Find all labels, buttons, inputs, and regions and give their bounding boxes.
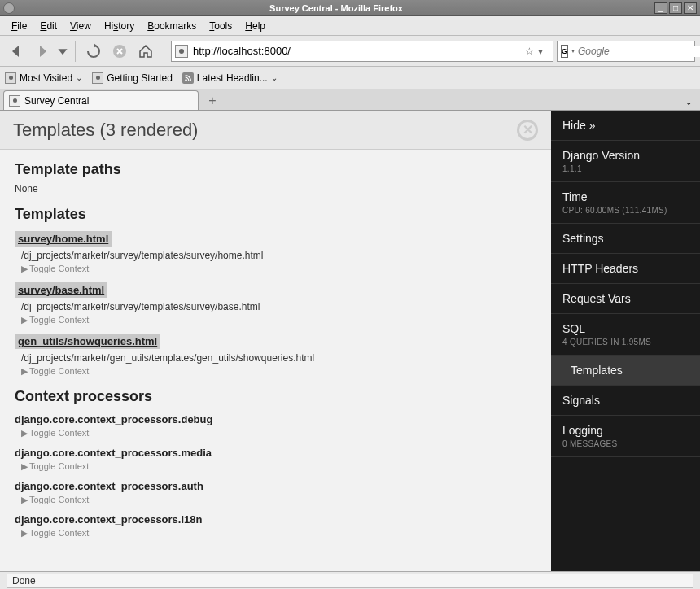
- sidebar-item-label: Request Vars: [562, 292, 689, 305]
- url-bar[interactable]: ☆ ▾: [171, 41, 553, 62]
- toggle-context-button[interactable]: ▶Toggle Context: [21, 495, 536, 505]
- templates-heading: Templates: [15, 206, 536, 223]
- forward-button[interactable]: [31, 40, 54, 63]
- template-name-link[interactable]: survey/home.html: [15, 231, 112, 247]
- new-tab-button[interactable]: +: [202, 92, 223, 110]
- stop-button[interactable]: [108, 40, 131, 63]
- sidebar-item-sql[interactable]: SQL4 QUERIES IN 1.95MS: [551, 314, 700, 356]
- bookmark-latest-headlines[interactable]: Latest Headlin... ⌄: [182, 72, 278, 84]
- context-processor-name: django.core.context_processors.auth: [15, 480, 536, 492]
- sidebar-item-label: Django Version: [562, 149, 689, 162]
- tabs-dropdown[interactable]: ⌄: [680, 98, 697, 110]
- triangle-icon: ▶: [21, 461, 28, 471]
- bookmark-most-visited[interactable]: Most Visited ⌄: [5, 72, 82, 84]
- back-button[interactable]: [5, 40, 28, 63]
- sidebar-item-signals[interactable]: Signals: [551, 386, 700, 416]
- sidebar-item-django-version[interactable]: Django Version1.1.1: [551, 141, 700, 182]
- sidebar-item-logging[interactable]: Logging0 MESSAGES: [551, 416, 700, 457]
- close-button[interactable]: ✕: [684, 2, 697, 14]
- sidebar-item-label: SQL: [562, 322, 689, 335]
- context-processor-item: django.core.context_processors.debug ▶To…: [15, 413, 536, 438]
- nav-toolbar: ☆ ▾ G ▾: [0, 36, 700, 67]
- template-item: survey/home.html /dj_projects/marketr/su…: [15, 231, 536, 274]
- toggle-context-button[interactable]: ▶Toggle Context: [21, 461, 536, 472]
- url-input[interactable]: [193, 45, 525, 57]
- template-path: /dj_projects/marketr/survey/templates/su…: [21, 250, 536, 261]
- sidebar-item-time[interactable]: TimeCPU: 60.00MS (111.41MS): [551, 182, 700, 224]
- tab-strip: Survey Central + ⌄: [0, 89, 700, 111]
- search-engine-icon[interactable]: G: [561, 45, 568, 58]
- home-button[interactable]: [134, 40, 157, 63]
- menu-bar: File Edit View History Bookmarks Tools H…: [0, 16, 700, 36]
- template-item: survey/base.html /dj_projects/marketr/su…: [15, 282, 536, 325]
- chevron-down-icon: ⌄: [76, 73, 82, 82]
- menu-history[interactable]: History: [98, 19, 141, 33]
- search-input[interactable]: [578, 46, 700, 57]
- sidebar-item-label: Time: [562, 190, 689, 203]
- status-bar: Done: [0, 571, 700, 589]
- toggle-context-button[interactable]: ▶Toggle Context: [21, 315, 536, 325]
- sidebar-item-label: Hide »: [562, 119, 689, 132]
- context-processor-item: django.core.context_processors.media ▶To…: [15, 447, 536, 472]
- toggle-context-button[interactable]: ▶Toggle Context: [21, 528, 536, 539]
- bookmark-label: Getting Started: [107, 72, 173, 84]
- panel-title: Templates (3 rendered): [13, 120, 517, 141]
- toggle-context-button[interactable]: ▶Toggle Context: [21, 264, 536, 274]
- context-processor-name: django.core.context_processors.i18n: [15, 513, 536, 526]
- template-path: /dj_projects/marketr/survey/templates/su…: [21, 301, 536, 312]
- search-box[interactable]: G ▾: [557, 41, 695, 62]
- minimize-button[interactable]: _: [654, 2, 667, 14]
- reload-button[interactable]: [82, 40, 105, 63]
- debug-toolbar-sidebar: Hide »Django Version1.1.1TimeCPU: 60.00M…: [551, 111, 700, 571]
- panel-header: Templates (3 rendered) ✕: [0, 111, 551, 150]
- separator: [164, 41, 164, 62]
- triangle-icon: ▶: [21, 495, 28, 504]
- context-processors-heading: Context processors: [15, 388, 536, 405]
- sidebar-item-label: Settings: [562, 232, 689, 245]
- firefox-icon: [3, 2, 15, 14]
- window-title: Survey Central - Mozilla Firefox: [20, 3, 653, 13]
- url-dropdown-icon[interactable]: ▾: [538, 46, 549, 57]
- template-path: /dj_projects/marketr/gen_utils/templates…: [21, 352, 536, 364]
- nav-dropdown[interactable]: [57, 40, 68, 63]
- svg-point-3: [185, 79, 187, 81]
- menu-view[interactable]: View: [63, 19, 98, 33]
- sidebar-item-sublabel: 4 QUERIES IN 1.95MS: [562, 338, 689, 347]
- sidebar-item-hide[interactable]: Hide »: [551, 111, 700, 141]
- bookmark-star-icon[interactable]: ☆: [525, 46, 538, 57]
- maximize-button[interactable]: □: [669, 2, 682, 14]
- sidebar-item-templates[interactable]: Templates: [551, 356, 700, 386]
- menu-help[interactable]: Help: [238, 19, 272, 33]
- page-icon: [5, 72, 16, 84]
- tab-title: Survey Central: [24, 95, 89, 107]
- menu-bookmarks[interactable]: Bookmarks: [141, 19, 203, 33]
- sidebar-item-sublabel: CPU: 60.00MS (111.41MS): [562, 206, 689, 215]
- sidebar-item-settings[interactable]: Settings: [551, 224, 700, 254]
- search-engine-dropdown-icon[interactable]: ▾: [571, 47, 575, 55]
- menu-edit[interactable]: Edit: [33, 19, 63, 33]
- context-processor-item: django.core.context_processors.i18n ▶Tog…: [15, 513, 536, 539]
- menu-tools[interactable]: Tools: [203, 19, 238, 33]
- menu-file[interactable]: File: [5, 19, 33, 33]
- triangle-icon: ▶: [21, 528, 28, 538]
- status-text: Done: [7, 574, 693, 588]
- sidebar-item-http-headers[interactable]: HTTP Headers: [551, 254, 700, 284]
- context-processor-name: django.core.context_processors.debug: [15, 413, 536, 425]
- bookmarks-toolbar: Most Visited ⌄ Getting Started Latest He…: [0, 67, 700, 89]
- toggle-context-button[interactable]: ▶Toggle Context: [21, 366, 536, 377]
- template-name-link[interactable]: gen_utils/showqueries.html: [15, 334, 160, 349]
- template-name-link[interactable]: survey/base.html: [15, 282, 107, 298]
- bookmark-getting-started[interactable]: Getting Started: [92, 72, 173, 84]
- template-item: gen_utils/showqueries.html /dj_projects/…: [15, 334, 536, 377]
- sidebar-item-request-vars[interactable]: Request Vars: [551, 284, 700, 314]
- site-identity-icon[interactable]: [175, 45, 188, 58]
- panel-close-button[interactable]: ✕: [517, 120, 538, 141]
- page-icon: [92, 72, 103, 84]
- debug-panel: Templates (3 rendered) ✕ Template paths …: [0, 111, 551, 571]
- bookmark-label: Latest Headlin...: [197, 72, 268, 84]
- sidebar-item-label: HTTP Headers: [562, 262, 689, 275]
- toggle-context-button[interactable]: ▶Toggle Context: [21, 428, 536, 438]
- tab-survey-central[interactable]: Survey Central: [3, 90, 199, 110]
- sidebar-item-sublabel: 1.1.1: [562, 164, 689, 173]
- tab-favicon: [9, 95, 20, 107]
